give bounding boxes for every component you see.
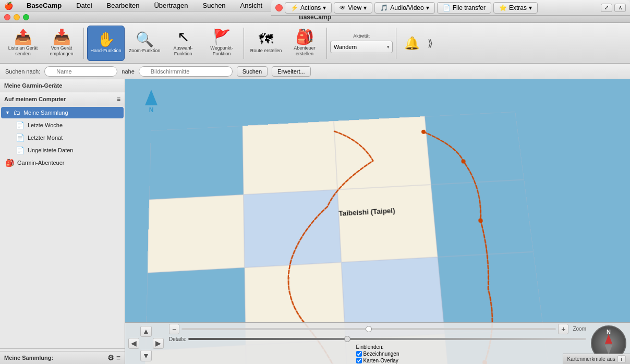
collection-icon: 🗂	[13, 108, 20, 117]
adventure-icon: 🎒	[5, 159, 14, 167]
nav-center	[140, 337, 152, 349]
expand-triangle-icon: ▼	[5, 110, 10, 115]
nav-right-button[interactable]: ▶	[153, 338, 164, 349]
send-list-label: Liste an Gerät senden	[7, 45, 39, 57]
adventure-create-button[interactable]: 🎒 Abenteuer erstellen	[286, 26, 323, 61]
receive-label: Von Gerät empfangen	[45, 45, 78, 57]
toolbar-separator-1	[83, 28, 84, 59]
menu-bearbeiten[interactable]: Bearbeiten	[104, 1, 143, 10]
zoom-tool-button[interactable]: 🔍 Zoom-Funktion	[126, 26, 163, 61]
north-arrow-icon	[145, 90, 158, 105]
sidebar-divider	[0, 348, 125, 349]
apple-logo-icon[interactable]: 🍎	[4, 2, 13, 10]
search-button[interactable]: Suchen	[237, 66, 268, 77]
sidebar-item-adventure[interactable]: 🎒 Garmin-Abenteuer	[1, 157, 124, 168]
collapse-button[interactable]: ∧	[614, 4, 626, 12]
kartenoverlay-checkbox[interactable]	[356, 358, 362, 363]
lastmonth-label: Letzter Monat	[28, 135, 63, 141]
view-button[interactable]: 👁 View ▾	[334, 2, 372, 14]
notification-icon: 🔔	[404, 36, 420, 51]
actions-icon: ⚡	[290, 4, 298, 11]
tile-1-1	[244, 190, 342, 268]
select-tool-label: Auswahl-Funktion	[167, 45, 199, 57]
zoom-out-button[interactable]: −	[169, 324, 179, 334]
filetransfer-button[interactable]: 📄 File transfer	[437, 2, 491, 14]
maximize-traffic-light[interactable]	[23, 14, 29, 20]
menu-datei[interactable]: Datei	[73, 1, 95, 10]
unlisted-icon: 📄	[16, 146, 25, 154]
route-create-icon: 🗺	[259, 32, 273, 47]
computer-section: Auf meinem Computer ≡	[0, 92, 125, 106]
zoom-thumb[interactable]	[366, 326, 372, 332]
menu-basecamp[interactable]: BaseCamp	[23, 1, 65, 10]
close-button[interactable]: ×	[275, 4, 283, 11]
waypoint-button[interactable]: 🚩 Wegpunkt-Funktion	[203, 26, 240, 61]
activity-select-wrapper[interactable]: Wandern Radfahren Laufen Auto ▾	[330, 41, 393, 53]
advanced-search-button[interactable]: Erweitert...	[272, 66, 311, 77]
hand-tool-button[interactable]: ✋ Hand-Funktion	[87, 26, 125, 61]
route-create-button[interactable]: 🗺 Route erstellen	[247, 26, 285, 61]
zoom-in-button[interactable]: +	[558, 324, 568, 334]
audiovideo-button[interactable]: 🎵 Audio/Video ▾	[374, 2, 435, 14]
map-area[interactable]: N	[125, 79, 630, 364]
hand-tool-icon: ✋	[97, 32, 115, 47]
expand-button[interactable]: ⤢	[601, 4, 612, 12]
send-list-button[interactable]: 📤 Liste an Gerät senden	[4, 26, 42, 61]
receive-button[interactable]: 📥 Von Gerät empfangen	[43, 26, 80, 61]
menu-ansicht[interactable]: Ansicht	[237, 1, 266, 10]
notification-button[interactable]: 🔔	[399, 31, 425, 56]
zoom-section: − + Zoom Details: Einblend	[167, 322, 588, 365]
compass-north-arrow	[605, 334, 612, 344]
sidebar-item-lastmonth[interactable]: 📄 Letzter Monat	[1, 132, 124, 143]
close-traffic-light[interactable]	[4, 14, 10, 20]
select-tool-button[interactable]: ↖ Auswahl-Funktion	[164, 26, 202, 61]
computer-menu-icon[interactable]: ≡	[117, 95, 120, 103]
zoom-row: − + Zoom	[169, 324, 586, 334]
audiovideo-chevron-icon: ▾	[426, 4, 429, 11]
name-search-input[interactable]	[44, 66, 117, 77]
expand-arrows-button[interactable]: ⟫	[428, 38, 433, 49]
sidebar-item-unlisted[interactable]: 📄 Ungelistete Daten	[1, 144, 124, 156]
menu-suchen[interactable]: Suchen	[200, 1, 229, 10]
nav-arrows: ▲ ◀ ▶ ▼	[128, 325, 164, 362]
nav-left-button[interactable]: ◀	[128, 338, 139, 349]
toolbar-separator-4	[396, 28, 396, 59]
send-list-icon: 📤	[14, 30, 32, 44]
tile-1-0	[148, 195, 245, 273]
sidebar-footer: Meine Sammlung: ⚙ ≡	[0, 351, 125, 364]
minimize-traffic-light[interactable]	[14, 14, 20, 20]
name-search-wrapper: 🔍	[44, 66, 117, 77]
nav-down-button[interactable]: ▼	[140, 350, 151, 361]
location-search-input[interactable]	[139, 66, 233, 77]
hand-tool-label: Hand-Funktion	[90, 48, 121, 54]
details-thumb[interactable]	[344, 336, 350, 342]
waypoint-label: Wegpunkt-Funktion	[205, 45, 238, 57]
sidebar: Meine Garmin-Geräte Auf meinem Computer …	[0, 79, 125, 364]
search-bar: Suchen nach: 🔍 nahe 🔍 Suchen Erweitert..…	[0, 64, 630, 79]
extras-label: Extras	[509, 4, 527, 11]
devices-section: Meine Garmin-Geräte	[0, 79, 125, 92]
tile-0-2	[334, 116, 431, 190]
activity-select[interactable]: Wandern Radfahren Laufen Auto	[330, 41, 393, 53]
bezeichnungen-checkbox[interactable]	[356, 351, 362, 357]
adventure-create-icon: 🎒	[296, 30, 314, 44]
audiovideo-icon: 🎵	[380, 4, 388, 11]
details-slider[interactable]	[188, 338, 586, 340]
nav-up-button[interactable]: ▲	[140, 326, 151, 337]
sidebar-item-lastweek[interactable]: 📄 Letzte Woche	[1, 119, 124, 131]
zoom-slider[interactable]	[181, 328, 556, 330]
activity-selector: Aktivität Wandern Radfahren Laufen Auto …	[330, 33, 393, 53]
collection-footer-label: Meine Sammlung:	[4, 355, 53, 361]
actions-button[interactable]: ⚡ Actions ▾	[285, 2, 332, 14]
zoom-tool-label: Zoom-Funktion	[129, 48, 161, 54]
sidebar-item-collection[interactable]: ▼ 🗂 Meine Sammlung	[1, 107, 124, 118]
status-info-button[interactable]: i	[617, 355, 626, 363]
list-icon[interactable]: ≡	[116, 354, 120, 362]
adventure-create-label: Abenteuer erstellen	[288, 45, 321, 57]
extras-button[interactable]: ⭐ Extras ▾	[493, 2, 538, 14]
menu-uebertragen[interactable]: Übertragen	[151, 1, 191, 10]
sidebar-footer-icons: ⚙ ≡	[107, 354, 120, 362]
actions-chevron-icon: ▾	[323, 4, 326, 11]
settings-icon[interactable]: ⚙	[107, 354, 114, 362]
zoom-tool-icon: 🔍	[136, 32, 154, 47]
